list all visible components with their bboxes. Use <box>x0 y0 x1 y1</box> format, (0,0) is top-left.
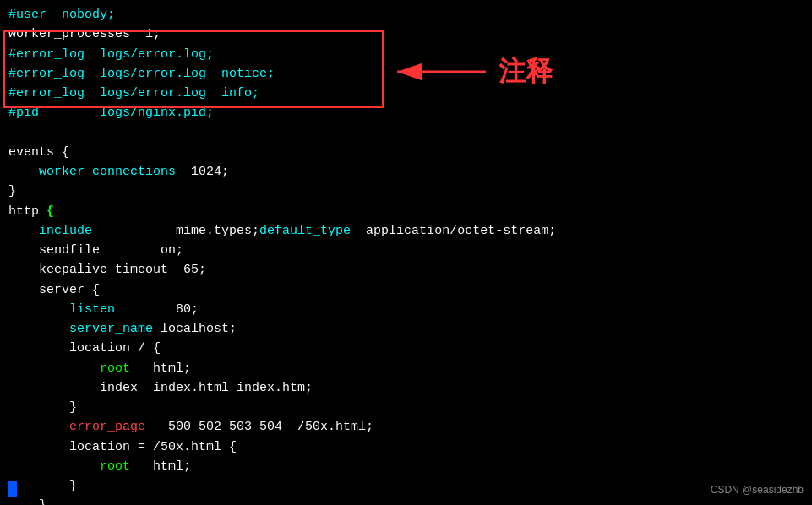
code-text: root <box>100 361 130 376</box>
code-text: } <box>8 184 16 198</box>
code-line-24: root html; <box>8 457 804 476</box>
code-line-8: events { <box>8 143 804 162</box>
code-line-13: sendfile on; <box>8 241 804 260</box>
code-text <box>8 224 39 238</box>
cursor <box>8 481 17 497</box>
code-line-19: root html; <box>8 359 804 378</box>
code-text: http <box>8 204 46 219</box>
code-text <box>8 322 69 336</box>
code-line-25: } <box>8 476 804 496</box>
code-text: #error_log logs/error.log notice; <box>8 67 275 81</box>
code-text: 1024; <box>176 165 229 179</box>
code-text: } <box>8 400 77 415</box>
code-line-7 <box>8 123 804 143</box>
code-line-26: } <box>8 496 804 505</box>
code-text: application/octet-stream; <box>351 224 556 238</box>
code-text: sendfile on; <box>8 243 183 258</box>
code-brace: { <box>46 204 54 219</box>
code-line-21: } <box>8 398 804 417</box>
code-text: html; <box>130 361 191 376</box>
code-text <box>8 361 100 376</box>
annotation-container: 注释 <box>389 51 553 93</box>
code-area: #user nobody; worker_processes 1; #error… <box>0 0 812 505</box>
code-line-17: server_name localhost; <box>8 319 804 339</box>
annotation-arrow <box>389 55 490 89</box>
annotation-label: 注释 <box>499 51 553 93</box>
code-line-2: worker_processes 1; <box>8 24 804 44</box>
code-text: default_type <box>259 224 351 238</box>
code-text <box>8 302 69 317</box>
code-text: events { <box>8 145 69 160</box>
csdn-watermark: CSDN @seasidezhb <box>711 482 804 498</box>
code-line-11: http { <box>8 202 804 221</box>
code-text: server { <box>8 283 100 297</box>
code-line-23: location = /50x.html { <box>8 437 804 457</box>
code-text: index index.html index.htm; <box>8 381 313 395</box>
code-text: } <box>8 479 77 493</box>
code-text: location = /50x.html { <box>8 440 237 454</box>
code-text: location / { <box>8 341 161 356</box>
code-text: error_page <box>69 420 145 434</box>
code-text: include <box>39 224 92 238</box>
code-text: worker_processes 1; <box>8 27 161 41</box>
code-line-9: worker_connections 1024; <box>8 162 804 182</box>
code-text: server_name <box>69 322 153 336</box>
code-text: 500 502 503 504 /50x.html; <box>145 420 373 434</box>
code-line-22: error_page 500 502 503 504 /50x.html; <box>8 417 804 437</box>
code-line-1: #user nobody; <box>8 5 804 24</box>
code-text: #user nobody; <box>8 8 115 22</box>
code-line-18: location / { <box>8 339 804 358</box>
code-text: mime.types; <box>92 224 259 238</box>
code-text: #pid logs/nginx.pid; <box>8 106 214 120</box>
code-text: localhost; <box>153 322 237 336</box>
code-text: root <box>100 459 130 474</box>
code-line-15: server { <box>8 280 804 300</box>
code-text: listen <box>69 302 115 317</box>
code-text <box>8 165 39 179</box>
code-text: worker_connections <box>39 165 176 179</box>
code-line-16: listen 80; <box>8 300 804 319</box>
code-text <box>8 420 69 434</box>
code-text: keepalive_timeout 65; <box>8 263 206 277</box>
code-line-10: } <box>8 182 804 201</box>
code-text <box>8 459 100 474</box>
code-line-14: keepalive_timeout 65; <box>8 260 804 280</box>
code-text: #error_log logs/error.log; <box>8 47 214 62</box>
code-line-20: index index.html index.htm; <box>8 378 804 398</box>
code-text: } <box>8 498 46 505</box>
code-text: #error_log logs/error.log info; <box>8 86 259 100</box>
code-text: 80; <box>115 302 199 317</box>
code-text: html; <box>130 459 191 474</box>
code-line-12: include mime.types;default_type applicat… <box>8 221 804 241</box>
code-line-6: #pid logs/nginx.pid; <box>8 103 804 122</box>
